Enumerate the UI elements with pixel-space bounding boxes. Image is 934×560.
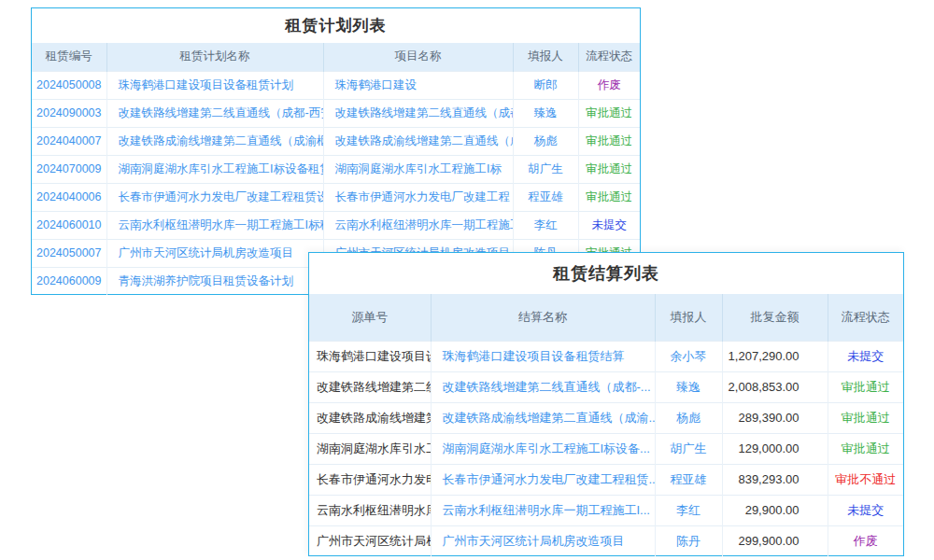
- status-text: 审批通过: [586, 190, 632, 203]
- filler-link[interactable]: 胡广生: [671, 441, 707, 455]
- source-no-cell: 改建铁路线增建第二线直...: [309, 371, 431, 402]
- source-no-cell: 改建铁路成渝线增建第二...: [309, 402, 431, 433]
- lease-settlement-list-panel: 租赁结算列表 源单号 结算名称 填报人 批复金额 流程状态 珠海鹤港口建设项目设…: [308, 252, 904, 556]
- status-text: 未提交: [847, 349, 884, 363]
- project-name-link[interactable]: 珠海鹤港口建设: [335, 78, 417, 91]
- table-row: 2024060010 云南水利枢纽潜明水库一期工程施工I标租... 云南水利枢纽…: [32, 211, 640, 239]
- table-row: 长春市伊通河水力发电厂... 长春市伊通河水力发电厂改建工程租赁... 程亚雄 …: [309, 464, 903, 495]
- status-text: 审批通过: [586, 134, 632, 147]
- plan-name-link[interactable]: 长春市伊通河水力发电厂改建工程租赁设...: [119, 190, 324, 203]
- plan-name-link[interactable]: 广州市天河区统计局机房改造项目: [119, 246, 294, 259]
- table-row: 改建铁路成渝线增建第二... 改建铁路成渝线增建第二直通线（成渝... 杨彪 2…: [309, 402, 903, 433]
- lease-settlement-table: 源单号 结算名称 填报人 批复金额 流程状态 珠海鹤港口建设项目设备... 珠海…: [309, 294, 903, 556]
- status-text: 未提交: [847, 503, 884, 517]
- settlement-name-link[interactable]: 云南水利枢纽潜明水库一期工程施工I...: [443, 503, 650, 517]
- col-header-amount: 批复金额: [722, 294, 828, 341]
- filler-link[interactable]: 程亚雄: [671, 472, 707, 486]
- filler-link[interactable]: 臻逸: [534, 106, 558, 119]
- table-row: 改建铁路线增建第二线直... 改建铁路线增建第二线直通线（成都-... 臻逸 2…: [309, 371, 903, 402]
- source-no-cell: 湖南洞庭湖水库引水工程...: [309, 433, 431, 464]
- plan-name-link[interactable]: 珠海鹤港口建设项目设备租赁计划: [119, 78, 294, 91]
- filler-link[interactable]: 余小琴: [671, 349, 707, 363]
- table-row: 湖南洞庭湖水库引水工程... 湖南洞庭湖水库引水工程施工I标设备... 胡广生 …: [309, 433, 903, 464]
- filler-link[interactable]: 程亚雄: [528, 190, 563, 203]
- filler-link[interactable]: 断郎: [534, 78, 558, 91]
- settlement-name-link[interactable]: 珠海鹤港口建设项目设备租赁结算: [443, 349, 625, 363]
- lease-id-link[interactable]: 2024070009: [36, 162, 102, 175]
- source-no-cell: 珠海鹤港口建设项目设备...: [309, 341, 431, 371]
- plan-name-link[interactable]: 改建铁路成渝线增建第二直通线（成渝枢...: [119, 134, 324, 147]
- col-header-status: 流程状态: [578, 43, 640, 71]
- source-no-cell: 广州市天河区统计局机房...: [309, 525, 431, 556]
- amount-text: 289,390.00: [722, 402, 828, 433]
- plan-name-link[interactable]: 湖南洞庭湖水库引水工程施工I标设备租赁...: [119, 162, 324, 175]
- lease-id-link[interactable]: 2024050007: [36, 246, 102, 259]
- table-row: 2024090003 改建铁路线增建第二线直通线（成都-西安... 改建铁路线增…: [32, 99, 640, 127]
- lease-id-link[interactable]: 2024050008: [36, 78, 102, 91]
- status-text: 审批通过: [586, 106, 632, 119]
- project-name-link[interactable]: 湖南洞庭湖水库引水工程施工I标: [335, 162, 502, 175]
- status-text: 未提交: [592, 218, 628, 231]
- table-row: 珠海鹤港口建设项目设备... 珠海鹤港口建设项目设备租赁结算 余小琴 1,207…: [309, 341, 903, 371]
- col-header-source-no: 源单号: [309, 294, 431, 341]
- status-text: 审批通过: [842, 411, 890, 425]
- settlement-name-link[interactable]: 改建铁路线增建第二线直通线（成都-...: [443, 380, 651, 394]
- status-text: 作废: [598, 78, 621, 91]
- plan-name-link[interactable]: 云南水利枢纽潜明水库一期工程施工I标租...: [119, 218, 324, 231]
- lease-settlement-list-title: 租赁结算列表: [309, 253, 903, 294]
- lease-id-link[interactable]: 2024060009: [36, 274, 102, 287]
- filler-link[interactable]: 李红: [676, 503, 700, 517]
- project-name-link[interactable]: 长春市伊通河水力发电厂改建工程: [335, 190, 511, 203]
- table-row: 广州市天河区统计局机房... 广州市天河区统计局机房改造项目 陈丹 299,90…: [309, 525, 903, 556]
- col-header-status: 流程状态: [828, 294, 903, 341]
- col-header-filler: 填报人: [655, 294, 722, 341]
- project-name-link[interactable]: 改建铁路线增建第二线直通线（成都-...: [335, 106, 514, 119]
- table-row: 2024040006 长春市伊通河水力发电厂改建工程租赁设... 长春市伊通河水…: [32, 183, 640, 211]
- source-no-cell: 长春市伊通河水力发电厂...: [309, 464, 431, 495]
- project-name-link[interactable]: 云南水利枢纽潜明水库一期工程施工I标: [335, 218, 514, 231]
- table-row: 2024070009 湖南洞庭湖水库引水工程施工I标设备租赁... 湖南洞庭湖水…: [32, 155, 640, 183]
- amount-text: 299,900.00: [722, 525, 828, 556]
- col-header-lease-id: 租赁编号: [32, 43, 106, 71]
- status-text: 审批不通过: [835, 472, 896, 486]
- col-header-plan-name: 租赁计划名称: [106, 43, 323, 71]
- plan-name-link[interactable]: 青海洪湖养护院项目租赁设备计划: [119, 274, 294, 287]
- amount-text: 29,900.00: [722, 495, 828, 525]
- amount-text: 2,008,853.00: [722, 371, 828, 402]
- lease-id-link[interactable]: 2024040007: [36, 134, 102, 147]
- col-header-project-name: 项目名称: [323, 43, 513, 71]
- amount-text: 1,207,290.00: [722, 341, 828, 371]
- settlement-name-link[interactable]: 广州市天河区统计局机房改造项目: [443, 534, 625, 548]
- status-text: 审批通过: [586, 162, 632, 175]
- filler-link[interactable]: 杨彪: [676, 411, 700, 425]
- table-row: 2024050008 珠海鹤港口建设项目设备租赁计划 珠海鹤港口建设 断郎 作废: [32, 71, 640, 99]
- lease-id-link[interactable]: 2024040006: [36, 190, 102, 203]
- status-text: 审批通过: [842, 441, 890, 455]
- status-text: 审批通过: [842, 380, 890, 394]
- lease-id-link[interactable]: 2024090003: [36, 106, 102, 119]
- filler-link[interactable]: 胡广生: [528, 162, 563, 175]
- col-header-filler: 填报人: [513, 43, 578, 71]
- settlement-name-link[interactable]: 长春市伊通河水力发电厂改建工程租赁...: [443, 472, 656, 486]
- amount-text: 129,000.00: [722, 433, 828, 464]
- filler-link[interactable]: 臻逸: [676, 380, 700, 394]
- plan-name-link[interactable]: 改建铁路线增建第二线直通线（成都-西安...: [119, 106, 324, 119]
- filler-link[interactable]: 李红: [534, 218, 558, 231]
- settlement-header-row: 源单号 结算名称 填报人 批复金额 流程状态: [309, 294, 903, 341]
- lease-id-link[interactable]: 2024060010: [36, 218, 102, 231]
- source-no-cell: 云南水利枢纽潜明水库一...: [309, 495, 431, 525]
- table-row: 2024040007 改建铁路成渝线增建第二直通线（成渝枢... 改建铁路成渝线…: [32, 127, 640, 155]
- col-header-settlement-name: 结算名称: [431, 294, 655, 341]
- filler-link[interactable]: 杨彪: [534, 134, 558, 147]
- settlement-name-link[interactable]: 湖南洞庭湖水库引水工程施工I标设备...: [443, 441, 650, 455]
- settlement-name-link[interactable]: 改建铁路成渝线增建第二直通线（成渝...: [443, 411, 656, 425]
- plan-header-row: 租赁编号 租赁计划名称 项目名称 填报人 流程状态: [32, 43, 640, 71]
- amount-text: 839,293.00: [722, 464, 828, 495]
- filler-link[interactable]: 陈丹: [676, 534, 700, 548]
- project-name-link[interactable]: 改建铁路成渝线增建第二直通线（成...: [335, 134, 514, 147]
- status-text: 作废: [854, 534, 878, 548]
- table-row: 云南水利枢纽潜明水库一... 云南水利枢纽潜明水库一期工程施工I... 李红 2…: [309, 495, 903, 525]
- lease-plan-list-title: 租赁计划列表: [32, 8, 640, 43]
